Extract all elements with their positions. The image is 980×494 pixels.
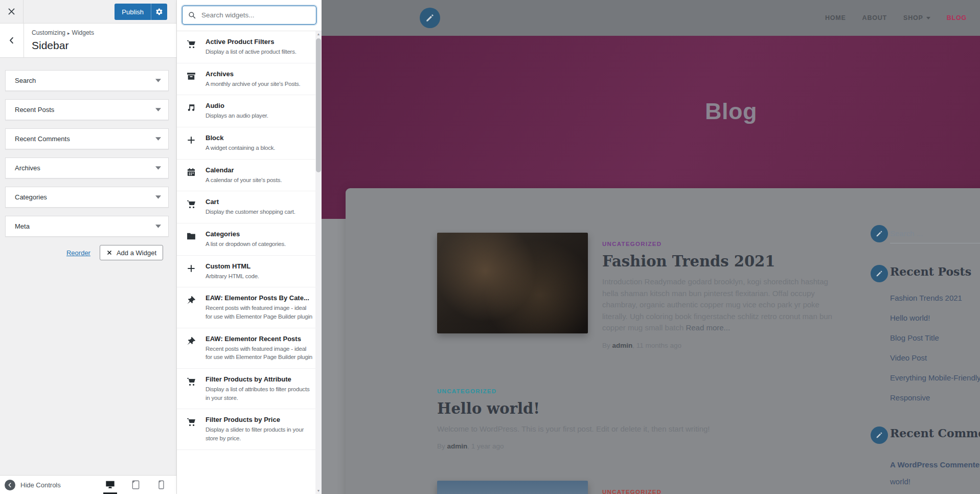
breadcrumb: Customizing▸Widgets Sidebar (32, 29, 94, 52)
widget-description: Display the customer shopping cart. (206, 208, 312, 216)
device-preview-button[interactable] (104, 476, 116, 494)
reorder-link[interactable]: Reorder (66, 249, 90, 257)
widget-search-input[interactable] (200, 11, 311, 19)
publish-settings-button[interactable] (151, 4, 167, 20)
widget-card[interactable]: Categories (5, 187, 169, 208)
widget-picker-item[interactable]: EAW: Elementor Posts By Cate... Recent p… (177, 287, 315, 328)
widget-card[interactable]: Recent Comments (5, 128, 169, 149)
widget-picker-item[interactable]: Categories A list or dropdown of categor… (177, 223, 315, 256)
widget-description: Display a list of attributes to filter p… (206, 385, 312, 402)
banner-title: Blog (705, 98, 757, 125)
hide-controls-label: Hide Controls (20, 481, 61, 489)
recent-comment-item: A WordPress Commenter on world! (871, 456, 980, 490)
widget-cards: Search Recent Posts Recent Comments (5, 70, 169, 237)
edit-header-button[interactable] (420, 8, 440, 28)
widget-title: Custom HTML (206, 262, 312, 270)
post-category-link[interactable]: UNCATEGORIZED (602, 489, 662, 494)
comment-post-link[interactable]: world! (890, 477, 910, 486)
widget-picker-item[interactable]: Active Product Filters Display a list of… (177, 31, 315, 63)
back-button[interactable] (0, 24, 24, 57)
breadcrumb-section: Widgets (72, 29, 94, 36)
recent-post-link[interactable]: Everything Mobile-Friendly a (890, 373, 980, 382)
widget-picker-item[interactable]: Calendar A calendar of your site's posts… (177, 160, 315, 192)
widget-description: A monthly archive of your site's Posts. (206, 80, 312, 88)
author-link[interactable]: admin (612, 342, 633, 349)
post-category-link[interactable]: UNCATEGORIZED (437, 388, 496, 394)
nav-link[interactable]: HOME (825, 14, 846, 21)
author-link[interactable]: admin (447, 442, 468, 450)
desktop-preview-icon (105, 480, 116, 489)
recent-comments-widget: Recent Comments A WordPress Commenter on… (871, 426, 980, 490)
site-header: HOME ABOUT SHOP BLOG (322, 0, 980, 36)
close-icon (7, 7, 16, 16)
nav-link[interactable]: SHOP (903, 14, 930, 21)
widget-card[interactable]: Meta (5, 216, 169, 237)
chevron-down-icon (155, 108, 161, 111)
widget-card[interactable]: Recent Posts (5, 99, 169, 120)
recent-post-link[interactable]: Blog Post Title (890, 333, 980, 342)
widget-picker-item[interactable]: Cart Display the customer shopping cart. (177, 191, 315, 223)
nav-link[interactable]: ABOUT (862, 14, 887, 21)
widget-description: Recent posts with featured image - ideal… (206, 345, 312, 362)
page-title: Sidebar (32, 39, 94, 52)
read-more-link[interactable]: Read more... (686, 323, 730, 332)
publish-group: Publish (115, 4, 167, 20)
pencil-icon (875, 270, 883, 278)
device-preview-button[interactable] (155, 476, 167, 494)
widget-picker-item[interactable]: Custom HTML Arbitrary HTML code. (177, 256, 315, 288)
recent-post-link[interactable]: Video Post (890, 353, 980, 362)
gear-icon (155, 8, 163, 16)
widget-picker-item[interactable]: Archives A monthly archive of your site'… (177, 63, 315, 96)
widget-picker-item[interactable]: EAW: Elementor Recent Posts Recent posts… (177, 328, 315, 369)
publish-button[interactable]: Publish (115, 4, 151, 20)
widget-title: Categories (206, 230, 312, 238)
post-featured-image[interactable] (437, 233, 588, 333)
scroll-down-arrow-icon[interactable]: ▼ (315, 488, 322, 494)
scroll-up-arrow-icon[interactable]: ▲ (315, 31, 322, 37)
edit-widget-button[interactable] (871, 225, 888, 242)
widget-picker-item[interactable]: Audio Displays an audio player. (177, 95, 315, 127)
nav-link[interactable]: BLOG (947, 14, 967, 21)
widget-description: A widget containing a block. (206, 144, 312, 152)
scrollbar[interactable]: ▲ ▼ (315, 31, 322, 494)
sidebar-search-input[interactable] (890, 226, 980, 243)
close-customizer-button[interactable] (0, 0, 24, 23)
add-widget-label: Add a Widget (117, 249, 156, 257)
widget-description: Displays an audio player. (206, 111, 312, 120)
widget-picker-item[interactable]: Filter Products by Attribute Display a l… (177, 369, 315, 409)
post-category-link[interactable]: UNCATEGORIZED (602, 241, 662, 247)
widget-card[interactable]: Archives (5, 158, 169, 178)
edit-widget-button[interactable] (871, 265, 888, 282)
widget-title: Filter Products by Attribute (206, 375, 312, 383)
recent-post-link[interactable]: Fashion Trends 2021 (890, 294, 980, 302)
recent-post-link[interactable]: Hello world! (890, 313, 980, 322)
sidebar-search-widget (871, 225, 980, 243)
widget-title: Filter Products by Price (206, 416, 312, 423)
chevron-down-icon (155, 166, 161, 170)
edit-widget-button[interactable] (871, 426, 888, 444)
add-widget-button[interactable]: Add a Widget (100, 245, 163, 260)
pin-icon (186, 295, 196, 305)
post-title-link[interactable]: Fashion Trends 2021 (602, 253, 842, 270)
widget-card[interactable]: Search (5, 70, 169, 91)
device-preview-button[interactable] (130, 476, 142, 494)
widget-card-label: Meta (15, 222, 30, 230)
widget-picker-panel: Active Product Filters Display a list of… (177, 0, 322, 494)
customizer-sidebar: Publish Customizing▸Widgets Sidebar (0, 0, 177, 494)
plus-icon (186, 135, 196, 145)
post-list: UNCATEGORIZED Fashion Trends 2021 Introd… (437, 233, 842, 494)
commenter-link[interactable]: A WordPress Commenter (890, 460, 980, 469)
widget-description: A list or dropdown of categories. (206, 240, 312, 249)
widget-title: EAW: Elementor Posts By Cate... (206, 294, 312, 302)
breadcrumb-root: Customizing (32, 29, 65, 36)
widget-picker-item[interactable]: Filter Products by Price Display a slide… (177, 409, 315, 450)
widget-picker-item[interactable]: Block A widget containing a block. (177, 127, 315, 160)
hide-controls-button[interactable]: Hide Controls (0, 480, 61, 490)
scrollbar-thumb[interactable] (316, 38, 321, 172)
widget-search-box (182, 6, 316, 25)
customizer-footer: Hide Controls (0, 475, 176, 494)
post-title-link[interactable]: Hello world! (437, 400, 842, 417)
recent-post-link[interactable]: Responsive (890, 393, 980, 402)
close-x-icon (106, 250, 112, 256)
post-featured-image[interactable] (437, 481, 588, 494)
